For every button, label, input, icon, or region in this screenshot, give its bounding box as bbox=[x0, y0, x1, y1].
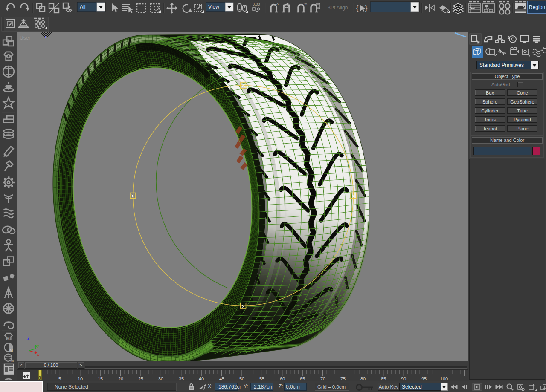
svg-text:55: 55 bbox=[259, 376, 264, 381]
svg-text:80: 80 bbox=[360, 376, 366, 381]
svg-text:x: x bbox=[37, 352, 39, 357]
svg-text:15: 15 bbox=[98, 376, 103, 381]
svg-text:View: View bbox=[208, 4, 219, 10]
svg-text:10: 10 bbox=[78, 376, 83, 381]
svg-text:y: y bbox=[37, 343, 39, 348]
svg-text:%: % bbox=[304, 2, 307, 6]
svg-text:M: M bbox=[9, 348, 13, 352]
svg-text:M: M bbox=[10, 358, 14, 363]
svg-text:75: 75 bbox=[340, 376, 346, 381]
svg-text:90: 90 bbox=[401, 376, 406, 381]
svg-text:70: 70 bbox=[320, 376, 325, 381]
svg-text:100: 100 bbox=[440, 376, 448, 381]
svg-text:85: 85 bbox=[381, 376, 386, 381]
svg-text:3: 3 bbox=[276, 2, 279, 6]
svg-text:0: 0 bbox=[38, 375, 41, 380]
svg-text:0.00: 0.00 bbox=[253, 2, 260, 6]
svg-text:All: All bbox=[80, 4, 85, 10]
svg-text:35: 35 bbox=[179, 376, 184, 381]
svg-text:95: 95 bbox=[421, 376, 427, 381]
svg-text:30: 30 bbox=[158, 376, 163, 381]
svg-text:M: M bbox=[6, 336, 10, 340]
svg-text:45: 45 bbox=[219, 376, 224, 381]
svg-text:{: { bbox=[356, 4, 359, 12]
svg-text:40: 40 bbox=[199, 376, 204, 381]
svg-text:65: 65 bbox=[300, 376, 305, 381]
svg-text:5: 5 bbox=[58, 376, 61, 381]
svg-text:z: z bbox=[27, 336, 29, 340]
svg-text:60: 60 bbox=[280, 376, 285, 381]
svg-text:3Pt Align: 3Pt Align bbox=[328, 5, 348, 11]
svg-text:User: User bbox=[20, 35, 30, 41]
svg-text:50: 50 bbox=[239, 376, 244, 381]
svg-text:25: 25 bbox=[138, 376, 143, 381]
svg-text:}: } bbox=[365, 4, 368, 12]
svg-text:20: 20 bbox=[118, 376, 123, 381]
